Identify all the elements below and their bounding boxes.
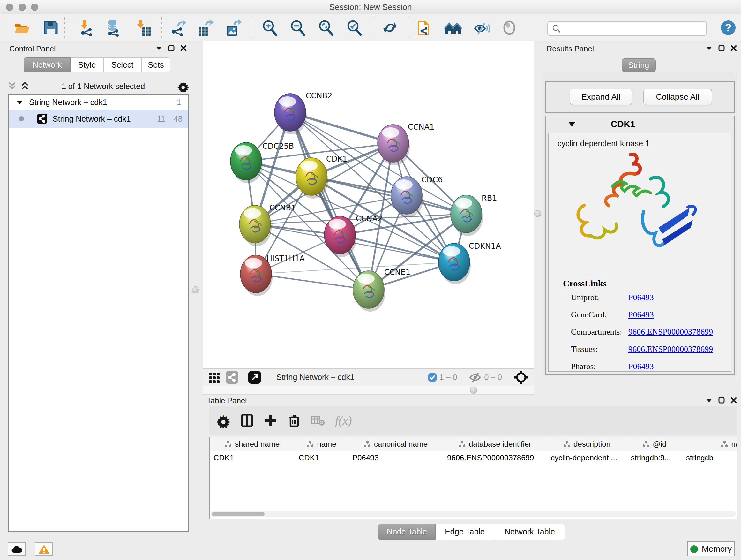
import-network-from-file-button[interactable] bbox=[77, 18, 96, 37]
memory-button[interactable]: Memory bbox=[687, 542, 735, 557]
network-view-icon[interactable] bbox=[225, 371, 239, 384]
horizontal-splitter[interactable] bbox=[203, 386, 534, 395]
collapse-all-button[interactable]: Collapse All bbox=[643, 89, 712, 105]
zoom-selected-button[interactable] bbox=[345, 18, 363, 37]
collection-expander-icon[interactable] bbox=[16, 100, 23, 105]
export-network-button[interactable] bbox=[169, 18, 187, 37]
show-all-views-button[interactable] bbox=[444, 18, 462, 37]
open-session-button[interactable] bbox=[12, 18, 31, 37]
save-session-button[interactable] bbox=[41, 18, 60, 37]
right-splitter-grip[interactable] bbox=[534, 210, 541, 217]
tab-node-table[interactable]: Node Table bbox=[378, 523, 435, 540]
edge-HIST1H1A-CCNE1[interactable] bbox=[256, 274, 368, 290]
node-CDK1[interactable] bbox=[296, 158, 328, 199]
column-header-canonical-name[interactable]: canonical name bbox=[348, 437, 443, 451]
tab-sets[interactable]: Sets bbox=[141, 57, 171, 72]
table-cell[interactable]: CDK1 bbox=[295, 451, 348, 464]
tab-edge-table[interactable]: Edge Table bbox=[435, 523, 494, 540]
tab-select[interactable]: Select bbox=[104, 57, 141, 72]
close-panel-icon[interactable] bbox=[731, 397, 737, 403]
import-network-from-database-button[interactable] bbox=[104, 18, 122, 37]
table-cell[interactable]: stringdb bbox=[682, 451, 738, 464]
import-table-from-file-button[interactable] bbox=[134, 18, 152, 37]
column-header-database-identifier[interactable]: database identifier bbox=[443, 437, 547, 451]
node-CCNB1[interactable] bbox=[239, 205, 272, 246]
close-panel-icon[interactable] bbox=[180, 45, 187, 51]
zoom-fit-button[interactable] bbox=[317, 18, 335, 37]
expand-all-networks-icon[interactable] bbox=[21, 81, 29, 91]
node-CCNE1[interactable] bbox=[353, 271, 385, 312]
help-button[interactable]: ? bbox=[719, 18, 738, 37]
column-header-namespace[interactable]: namespace bbox=[682, 437, 738, 451]
node-CDC25B[interactable] bbox=[230, 142, 263, 183]
table-cell[interactable]: 9606.ENSP00000378699 bbox=[443, 451, 547, 464]
left-splitter-grip[interactable] bbox=[192, 287, 199, 294]
expand-all-button[interactable]: Expand All bbox=[569, 89, 632, 105]
table-horizontal-scrollbar[interactable] bbox=[211, 511, 736, 517]
node-CCNA2[interactable] bbox=[324, 216, 356, 257]
table-row[interactable]: CDK1CDK1P064939606.ENSP00000378699cyclin… bbox=[210, 451, 737, 464]
table-options-gear-icon[interactable] bbox=[216, 414, 230, 428]
node-CDC6[interactable] bbox=[391, 177, 423, 217]
network-canvas[interactable]: CCNB2CCNA1CDC25BCDK1CDC6RB1CCNB1CCNA2CDK… bbox=[203, 41, 534, 368]
crosslink-link[interactable]: P06493 bbox=[628, 362, 654, 371]
splitter-grip[interactable] bbox=[470, 387, 477, 394]
column-header-shared-name[interactable]: shared name bbox=[210, 437, 295, 451]
refresh-layout-button[interactable] bbox=[381, 18, 399, 37]
node-CDKN1A[interactable] bbox=[439, 243, 471, 284]
tab-style[interactable]: Style bbox=[71, 57, 104, 72]
column-header-description[interactable]: description bbox=[547, 437, 627, 451]
node-table[interactable]: shared namenamecanonical namedatabase id… bbox=[209, 437, 738, 519]
network-options-gear-icon[interactable] bbox=[178, 80, 189, 92]
float-panel-icon[interactable] bbox=[718, 397, 725, 403]
delete-column-icon[interactable] bbox=[287, 414, 301, 428]
table-cell[interactable]: stringdb:9... bbox=[627, 451, 682, 464]
zoom-out-button[interactable] bbox=[288, 18, 307, 37]
show-columns-icon[interactable] bbox=[240, 414, 254, 428]
selected-checkbox-icon[interactable] bbox=[428, 373, 437, 382]
crosslink-link[interactable]: P06493 bbox=[628, 310, 654, 319]
crosslink-link[interactable]: 9606.ENSP00000378699 bbox=[628, 345, 713, 354]
collapse-all-networks-icon[interactable] bbox=[8, 81, 16, 91]
crosslink-link[interactable]: P06493 bbox=[628, 293, 654, 302]
detach-view-icon[interactable] bbox=[248, 371, 261, 384]
tab-network-table[interactable]: Network Table bbox=[494, 523, 565, 540]
crosslink-link[interactable]: 9606.ENSP00000378699 bbox=[628, 327, 713, 336]
export-image-button[interactable] bbox=[224, 18, 242, 37]
zoom-in-button[interactable] bbox=[260, 18, 279, 37]
hide-graphics-details-button[interactable] bbox=[472, 18, 490, 37]
node-RB1[interactable] bbox=[451, 195, 483, 236]
hidden-eye-icon[interactable] bbox=[469, 372, 482, 382]
view-grid-icon[interactable] bbox=[208, 371, 221, 384]
network-collection-row[interactable]: String Network – cdk1 1 bbox=[9, 95, 188, 110]
tab-network[interactable]: Network bbox=[23, 57, 71, 72]
table-cell[interactable]: P06493 bbox=[348, 451, 443, 464]
string-network-graph[interactable]: CCNB2CCNA1CDC25BCDK1CDC6RB1CCNB1CCNA2CDK… bbox=[203, 41, 534, 368]
show-graphics-details-button[interactable] bbox=[500, 18, 519, 37]
panel-menu-icon[interactable] bbox=[705, 398, 713, 403]
export-table-button[interactable] bbox=[196, 18, 214, 37]
float-panel-icon[interactable] bbox=[718, 45, 725, 51]
panel-menu-icon[interactable] bbox=[155, 46, 162, 51]
float-panel-icon[interactable] bbox=[168, 45, 175, 51]
create-column-icon[interactable] bbox=[264, 414, 278, 428]
panel-menu-icon[interactable] bbox=[705, 46, 713, 51]
table-cell[interactable]: cyclin-dependent ... bbox=[547, 451, 627, 464]
node-CCNB2[interactable] bbox=[274, 94, 307, 134]
birds-eye-toggle-icon[interactable] bbox=[514, 370, 529, 385]
network-from-file-button[interactable] bbox=[415, 18, 434, 37]
close-panel-icon[interactable] bbox=[731, 45, 737, 51]
table-cell[interactable]: CDK1 bbox=[210, 451, 295, 464]
network-row-selected[interactable]: String Network – cdk1 11 48 bbox=[9, 110, 188, 128]
section-expander-icon[interactable] bbox=[568, 121, 576, 127]
global-search-field[interactable] bbox=[547, 21, 707, 36]
tab-string[interactable]: String bbox=[622, 58, 656, 72]
node-CCNA1[interactable] bbox=[378, 125, 410, 165]
protein-section-header[interactable]: CDK1 bbox=[546, 116, 734, 132]
cloud-status-button[interactable] bbox=[8, 543, 26, 556]
column-header-name[interactable]: name bbox=[295, 437, 348, 451]
scrollbar-thumb[interactable] bbox=[212, 512, 265, 516]
warnings-button[interactable] bbox=[35, 543, 53, 556]
search-input[interactable] bbox=[561, 24, 706, 34]
column-header-@id[interactable]: @id bbox=[627, 437, 682, 451]
